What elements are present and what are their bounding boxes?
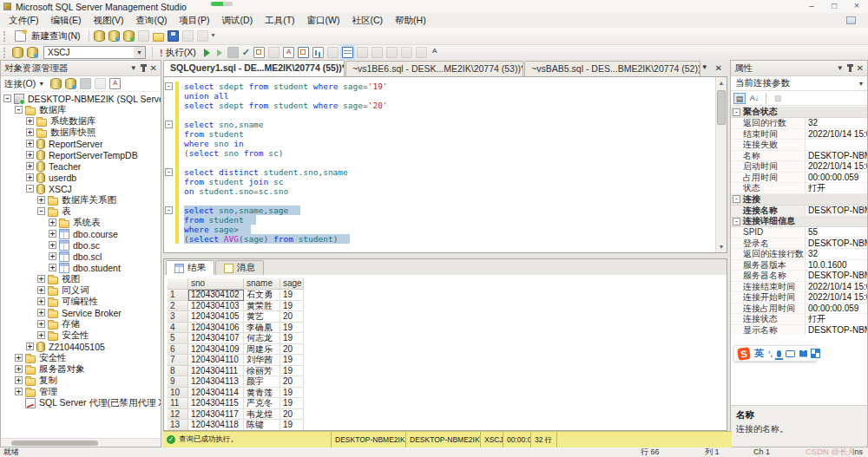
column-header[interactable]: sname bbox=[244, 278, 280, 290]
column-header[interactable]: sage bbox=[280, 278, 304, 290]
menu-item[interactable]: 帮助(H) bbox=[389, 13, 432, 28]
expand-icon[interactable]: + bbox=[37, 286, 45, 294]
grid-cell[interactable]: 1204304113 bbox=[188, 376, 244, 388]
property-row[interactable]: 连接结束时间2022/10/14 15:05:44 bbox=[731, 282, 867, 293]
toolbar-grip[interactable] bbox=[3, 31, 8, 42]
grid-cell[interactable]: 20 bbox=[280, 409, 304, 421]
expand-icon[interactable]: + bbox=[26, 173, 34, 181]
grid-cell[interactable]: 19 bbox=[280, 366, 304, 377]
property-row[interactable]: 服务器版本10.0.1600 bbox=[731, 260, 867, 271]
code-line[interactable] bbox=[164, 158, 714, 167]
property-row[interactable]: 连接占用时间00:00:00.059 bbox=[731, 304, 867, 315]
row-number[interactable]: 10 bbox=[168, 388, 188, 399]
tree-item[interactable]: SQL Server 代理(已禁用代理 XP) bbox=[1, 397, 161, 408]
expand-icon[interactable]: + bbox=[49, 252, 56, 260]
tree-item[interactable]: +Service Broker bbox=[1, 307, 161, 318]
tree-item[interactable]: -XSCJ bbox=[1, 183, 161, 194]
grid-cell[interactable]: 何志龙 bbox=[244, 333, 280, 344]
menu-item[interactable]: 窗口(W) bbox=[301, 13, 346, 28]
tree-item[interactable]: +同义词 bbox=[1, 284, 161, 296]
tree-item[interactable]: +存储 bbox=[1, 318, 161, 330]
expand-icon[interactable]: + bbox=[26, 343, 34, 350]
row-number[interactable]: 9 bbox=[168, 376, 188, 388]
grid-cell[interactable]: 严克冬 bbox=[244, 398, 280, 409]
code-line[interactable]: from student bbox=[164, 129, 714, 139]
property-group-header[interactable]: -连接详细信息 bbox=[731, 216, 867, 227]
code-line[interactable]: (select sno from sc) bbox=[164, 148, 714, 158]
row-number[interactable]: 8 bbox=[168, 366, 188, 377]
menu-item[interactable]: 文件(F) bbox=[3, 13, 44, 28]
intellisense-icon[interactable] bbox=[431, 47, 442, 58]
tree-item[interactable]: +ReportServer bbox=[1, 138, 161, 149]
fold-collapse-icon[interactable]: - bbox=[165, 121, 173, 128]
collapse-icon[interactable]: - bbox=[26, 185, 34, 193]
pin-icon[interactable] bbox=[849, 65, 852, 72]
code-line[interactable]: on student.sno=sc.sno bbox=[164, 186, 714, 196]
new-database-engine-query-icon[interactable] bbox=[94, 30, 105, 42]
chevron-down-icon[interactable]: ▼ bbox=[134, 47, 145, 58]
tree-item[interactable]: +Teacher bbox=[1, 160, 161, 172]
menu-item[interactable]: 视图(V) bbox=[87, 13, 129, 28]
new-query-button[interactable]: 新建查询(N) bbox=[10, 29, 86, 43]
expand-icon[interactable]: + bbox=[15, 354, 23, 362]
tree-item[interactable]: +dbo.scl bbox=[1, 251, 161, 262]
expand-icon[interactable]: + bbox=[37, 297, 45, 305]
window-position-icon[interactable]: ▼ bbox=[130, 64, 137, 72]
tree-item[interactable]: +dbo.course bbox=[1, 228, 161, 239]
grid-cell[interactable]: 1204304110 bbox=[188, 355, 244, 366]
code-line[interactable] bbox=[164, 196, 714, 206]
close-icon[interactable]: ✕ bbox=[150, 64, 157, 73]
include-actual-plan-icon[interactable] bbox=[298, 47, 309, 58]
window-position-icon[interactable]: ▼ bbox=[837, 64, 844, 72]
row-number[interactable]: 13 bbox=[168, 420, 188, 430]
scroll-down-icon[interactable]: ▼ bbox=[716, 241, 727, 252]
collapse-icon[interactable]: - bbox=[733, 218, 740, 225]
property-row[interactable]: 连接开始时间2022/10/14 15:05:44 bbox=[731, 292, 867, 304]
grid-cell[interactable]: 韦龙煌 bbox=[244, 409, 280, 421]
grid-cell[interactable]: 1204304118 bbox=[188, 420, 244, 430]
property-group-header[interactable]: -聚合状态 bbox=[731, 107, 867, 118]
property-row[interactable]: 显示名称DESKTOP-NBME2IK bbox=[731, 325, 867, 336]
grid-cell[interactable]: 黄荣胜 bbox=[244, 301, 280, 312]
expand-icon[interactable]: + bbox=[26, 140, 34, 147]
row-number[interactable]: 2 bbox=[168, 301, 188, 312]
property-row[interactable]: 结束时间2022/10/14 15:05:44 bbox=[731, 129, 867, 140]
connect-server-icon[interactable] bbox=[50, 78, 62, 89]
tree-item[interactable]: -数据库 bbox=[1, 104, 161, 115]
tree-item[interactable]: +ReportServerTempDB bbox=[1, 149, 161, 160]
sql-code-editor[interactable]: -select sdept from student where sage='1… bbox=[163, 76, 727, 253]
close-icon[interactable]: ✕ bbox=[857, 64, 864, 73]
expand-icon[interactable]: + bbox=[37, 320, 45, 328]
feedback-icon[interactable] bbox=[846, 16, 856, 24]
menu-item[interactable]: 社区(C) bbox=[346, 13, 390, 28]
chevron-down-icon[interactable]: ▼ bbox=[855, 81, 867, 87]
microphone-icon[interactable] bbox=[777, 350, 781, 357]
results-to-grid-toggled-icon[interactable] bbox=[342, 47, 353, 58]
grid-cell[interactable]: 刘华茜 bbox=[244, 355, 280, 366]
grid-cell[interactable]: 1204304105 bbox=[188, 311, 244, 323]
row-number[interactable]: 3 bbox=[168, 311, 188, 323]
expand-icon[interactable]: + bbox=[26, 151, 34, 159]
row-number[interactable]: 1 bbox=[168, 290, 188, 301]
open-file-icon[interactable] bbox=[153, 33, 164, 42]
grid-cell[interactable]: 1204304107 bbox=[188, 333, 244, 344]
tree-item[interactable]: +视图 bbox=[1, 273, 161, 284]
tree-item[interactable]: -DESKTOP-NBME2IK (SQL Server 10.0.160 bbox=[1, 93, 161, 104]
disconnect-server-icon[interactable] bbox=[65, 78, 76, 89]
grid-cell[interactable]: 1204304114 bbox=[188, 388, 244, 399]
tree-item[interactable]: +安全性 bbox=[1, 352, 161, 363]
new-analysis-services-query-icon[interactable] bbox=[108, 30, 120, 42]
tree-item[interactable]: +系统表 bbox=[1, 217, 161, 228]
code-line[interactable]: union all bbox=[164, 91, 714, 101]
code-line[interactable]: -select sdept from student where sage='1… bbox=[164, 82, 714, 91]
grid-cell[interactable]: 1204304117 bbox=[188, 409, 244, 421]
code-line[interactable]: from student bbox=[164, 215, 714, 225]
row-number[interactable]: 5 bbox=[168, 333, 188, 344]
grid-cell[interactable]: 19 bbox=[280, 301, 304, 312]
grid-cell[interactable]: 20 bbox=[280, 311, 304, 323]
row-number[interactable]: 6 bbox=[168, 344, 188, 356]
collapse-icon[interactable]: - bbox=[3, 95, 11, 102]
tree-item[interactable]: -表 bbox=[1, 206, 161, 217]
results-tab[interactable]: 消息 bbox=[215, 260, 264, 275]
punctuation-indicator[interactable]: ’, bbox=[768, 349, 773, 358]
